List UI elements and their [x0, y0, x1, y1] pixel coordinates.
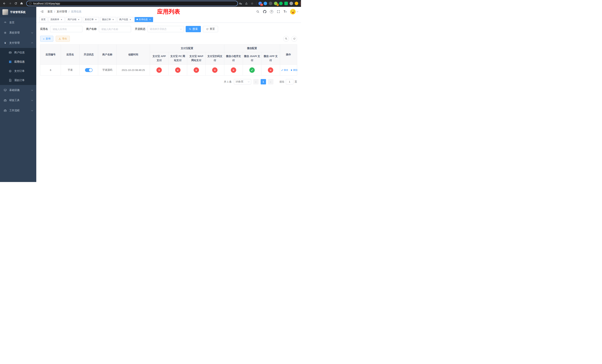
add-button[interactable]: + 新增: [40, 36, 53, 42]
sidebar-item-label: 首页: [9, 21, 14, 24]
cell-alipay-qr: ×: [206, 65, 224, 75]
extension-icon-8[interactable]: [295, 2, 298, 5]
edit-link[interactable]: 修改: [281, 68, 288, 72]
current-page-button[interactable]: 1: [261, 79, 266, 85]
address-bar[interactable]: i localhost:1024/pay/app: [26, 1, 238, 6]
browser-home-button[interactable]: [19, 1, 24, 6]
app-name-input[interactable]: [50, 26, 82, 32]
merchant-name-input[interactable]: [99, 26, 131, 32]
close-icon[interactable]: ×: [60, 18, 63, 21]
sidebar-item-pay-order[interactable]: 支付订单: [0, 66, 36, 76]
status-check-icon: ✓: [249, 67, 255, 73]
cell-wx-mini: ×: [224, 65, 243, 75]
chevron-down-icon: [31, 99, 33, 101]
next-page-button[interactable]: ›: [268, 79, 273, 85]
tab-merchant-info[interactable]: 商户信息 ×: [117, 17, 133, 22]
page-size-select[interactable]: 10条/页: [234, 79, 251, 85]
close-icon[interactable]: ×: [95, 18, 97, 21]
delete-link[interactable]: 删除: [290, 68, 298, 72]
extension-icon-7[interactable]: [290, 2, 293, 5]
font-size-icon[interactable]: TT: [284, 10, 287, 13]
close-icon[interactable]: ×: [77, 18, 80, 21]
column-header-alipay-app: 支付宝 APP 支付: [150, 52, 168, 65]
status-select[interactable]: 请选择开启状态: [148, 26, 184, 32]
fullscreen-icon[interactable]: [277, 10, 280, 13]
close-icon[interactable]: ×: [112, 18, 114, 21]
grid-icon: [9, 60, 12, 64]
breadcrumb-payment[interactable]: 支付管理: [57, 10, 67, 13]
sidebar-item-infrastructure[interactable]: 基础设施: [0, 85, 36, 95]
cell-status: [79, 65, 98, 75]
extension-icon-5[interactable]: [279, 2, 283, 5]
extension-icon-1[interactable]: 10: [258, 2, 262, 5]
status-x-icon: ×: [212, 67, 217, 73]
sidebar-item-merchant-info[interactable]: 商户信息: [0, 48, 36, 57]
extension-icon-6[interactable]: [284, 2, 288, 5]
pagination: 共 1 条 10条/页 ‹ 1 › 前往 页: [40, 79, 297, 85]
gear-icon: [3, 31, 7, 34]
export-button[interactable]: 导出: [56, 36, 70, 42]
tab-app-info[interactable]: 应用信息 ×: [135, 17, 153, 22]
browser-reload-button[interactable]: [13, 1, 18, 6]
sidebar-item-refund-order[interactable]: 退款订单: [0, 76, 36, 85]
filter-form: 应用名 商户名称 开启状态 请选择开启状态 搜索 重置: [40, 26, 297, 32]
breadcrumb: 首页 / 支付管理 / 应用信息: [47, 10, 81, 13]
password-key-icon[interactable]: [239, 1, 243, 6]
status-select-placeholder: 请选择开启状态: [150, 27, 167, 31]
dashboard-icon: [3, 21, 7, 24]
forward-arrow-icon: [9, 2, 12, 5]
status-toggle[interactable]: [85, 68, 93, 72]
column-header-wx-app: 微信 APP 支付: [261, 52, 280, 65]
app-layout: 芋道管理系统 首页 系统管理 ¥: [0, 7, 301, 182]
goto-unit: 页: [295, 80, 297, 84]
close-icon[interactable]: ×: [129, 18, 132, 21]
column-header-alipay-qr: 支付宝扫码支付: [206, 52, 224, 65]
reset-button[interactable]: 重置: [203, 26, 218, 32]
sidebar-item-app-info[interactable]: 应用信息: [0, 57, 36, 66]
prev-page-button[interactable]: ‹: [253, 79, 258, 85]
close-icon[interactable]: ×: [149, 18, 151, 21]
breadcrumb-home[interactable]: 首页: [47, 10, 53, 13]
browser-back-button[interactable]: [2, 1, 7, 6]
extension-icon-4[interactable]: 1: [274, 2, 278, 5]
bookmark-star-icon[interactable]: ☆: [250, 1, 254, 6]
search-icon[interactable]: [256, 10, 259, 13]
column-header-alipay-wap: 支付宝 WAP 网站支付: [187, 52, 205, 65]
chevron-down-icon: [31, 32, 33, 33]
tab-refund-order[interactable]: 退款订单 ×: [100, 17, 116, 22]
app-table: 应用编号 应用名 开启状态 商户名称 创建时间 支付宝配置 微信配置 操作 支付…: [40, 44, 297, 75]
tab-user-group[interactable]: 用户分组 ×: [66, 17, 82, 22]
site-info-icon[interactable]: i: [29, 2, 32, 5]
sidebar-logo[interactable]: 芋道管理系统: [0, 7, 36, 17]
sidebar-collapse-button[interactable]: [39, 9, 45, 14]
tab-pay-order[interactable]: 支付订单 ×: [83, 17, 99, 22]
toggle-search-button[interactable]: [283, 36, 289, 42]
chrome-update-button[interactable]: 更新: [300, 1, 301, 6]
extension-icon-2[interactable]: [264, 2, 267, 5]
tab-home[interactable]: 首页: [39, 17, 47, 22]
yen-icon: ¥: [3, 41, 7, 45]
sidebar-item-dev-tools[interactable]: 研发工具: [0, 95, 36, 105]
download-icon: [58, 37, 61, 40]
user-avatar-menu[interactable]: [290, 9, 298, 14]
search-button[interactable]: 搜索: [186, 26, 201, 32]
github-icon[interactable]: [263, 10, 266, 13]
sidebar-item-home[interactable]: 首页: [0, 17, 36, 28]
help-icon[interactable]: ?: [270, 10, 273, 13]
refresh-table-button[interactable]: [291, 36, 297, 42]
table-row: 6 芋道 芋道源码 2021-10-23 08:49:25 × × × × ×: [40, 65, 297, 75]
share-icon[interactable]: [244, 1, 248, 6]
tags-view-bar: 首页 流程表单 × 用户分组 × 支付订单 × 退款订单 ×: [36, 16, 301, 23]
status-label: 开启状态: [135, 27, 145, 31]
cell-wx-jsapi: ✓: [243, 65, 261, 75]
back-arrow-icon: [3, 2, 6, 5]
sidebar-item-system[interactable]: 系统管理: [0, 28, 36, 38]
tab-process-form[interactable]: 流程表单 ×: [49, 17, 64, 22]
browser-forward-button[interactable]: [8, 1, 13, 6]
column-header-merchant: 商户名称: [98, 45, 117, 65]
tab-label: 支付订单: [85, 18, 94, 21]
sidebar-item-workflow[interactable]: 工作流程: [0, 105, 36, 116]
sidebar-item-payment[interactable]: ¥ 支付管理: [0, 38, 36, 48]
extension-icon-3[interactable]: [269, 2, 272, 5]
goto-page-input[interactable]: [286, 79, 293, 85]
